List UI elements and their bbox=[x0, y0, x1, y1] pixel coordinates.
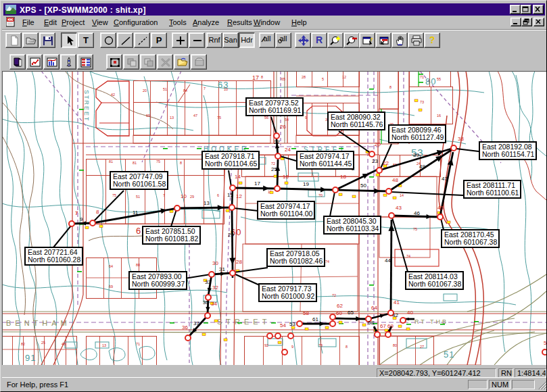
svg-text:71: 71 bbox=[136, 342, 140, 346]
svg-text:47: 47 bbox=[442, 176, 448, 182]
svg-text:75: 75 bbox=[413, 227, 417, 231]
svg-text:65: 65 bbox=[281, 77, 285, 81]
svg-text:18: 18 bbox=[340, 174, 346, 180]
svg-text:7: 7 bbox=[204, 87, 206, 91]
svg-text:88: 88 bbox=[136, 263, 140, 267]
svg-text:50: 50 bbox=[360, 182, 366, 189]
svg-text:DOC: DOC bbox=[7, 18, 16, 22]
svg-text:48: 48 bbox=[392, 177, 398, 183]
svg-text:81: 81 bbox=[133, 161, 137, 165]
svg-text:12: 12 bbox=[236, 193, 242, 199]
svg-text:20: 20 bbox=[143, 89, 147, 93]
svg-text:51: 51 bbox=[163, 87, 167, 91]
svg-text:61: 61 bbox=[312, 316, 318, 322]
svg-text:20: 20 bbox=[375, 141, 381, 147]
svg-text:58: 58 bbox=[303, 310, 309, 316]
svg-text:48: 48 bbox=[62, 342, 66, 346]
svg-text:40: 40 bbox=[407, 310, 413, 316]
svg-text:5: 5 bbox=[322, 77, 324, 81]
svg-text:9: 9 bbox=[291, 345, 293, 349]
svg-text:80: 80 bbox=[425, 76, 436, 87]
svg-text:38: 38 bbox=[458, 136, 464, 142]
svg-text:74: 74 bbox=[406, 254, 410, 258]
svg-text:54: 54 bbox=[280, 322, 286, 328]
svg-text:8: 8 bbox=[261, 75, 263, 79]
svg-text:28: 28 bbox=[302, 75, 306, 79]
svg-text:8: 8 bbox=[96, 209, 99, 215]
svg-text:55: 55 bbox=[437, 77, 441, 81]
svg-text:42: 42 bbox=[392, 312, 398, 318]
svg-text:64: 64 bbox=[109, 264, 113, 268]
svg-text:46: 46 bbox=[414, 210, 420, 216]
svg-text:81: 81 bbox=[109, 160, 113, 164]
svg-text:22: 22 bbox=[383, 160, 389, 166]
svg-text:69: 69 bbox=[146, 114, 150, 118]
svg-text:62: 62 bbox=[337, 303, 343, 309]
svg-text:70: 70 bbox=[318, 193, 323, 197]
svg-text:9: 9 bbox=[80, 216, 83, 222]
svg-text:8: 8 bbox=[389, 85, 391, 89]
svg-text:25: 25 bbox=[271, 166, 277, 172]
svg-text:STREET: STREET bbox=[217, 318, 270, 326]
svg-text:72: 72 bbox=[271, 162, 275, 166]
svg-text:68: 68 bbox=[368, 320, 374, 326]
svg-text:26: 26 bbox=[280, 124, 286, 130]
svg-text:8: 8 bbox=[346, 345, 348, 349]
svg-text:6: 6 bbox=[217, 193, 219, 197]
svg-text:15: 15 bbox=[227, 192, 233, 198]
svg-text:19: 19 bbox=[303, 181, 309, 187]
svg-text:35: 35 bbox=[203, 299, 209, 305]
svg-text:75: 75 bbox=[156, 160, 160, 164]
svg-text:7: 7 bbox=[163, 193, 165, 197]
svg-text:23: 23 bbox=[372, 158, 378, 164]
svg-text:71: 71 bbox=[420, 75, 424, 79]
svg-text:80: 80 bbox=[393, 343, 397, 347]
svg-text:12: 12 bbox=[342, 75, 346, 79]
svg-text:44: 44 bbox=[385, 258, 391, 264]
svg-text:73: 73 bbox=[318, 343, 323, 347]
svg-text:54: 54 bbox=[285, 118, 289, 122]
svg-text:6: 6 bbox=[136, 226, 141, 236]
svg-text:33: 33 bbox=[205, 279, 211, 285]
svg-text:64: 64 bbox=[371, 305, 377, 311]
svg-text:28: 28 bbox=[236, 259, 242, 265]
svg-text:29: 29 bbox=[190, 195, 194, 199]
svg-text:30: 30 bbox=[212, 260, 218, 266]
svg-text:82: 82 bbox=[21, 342, 25, 346]
svg-text:75: 75 bbox=[217, 116, 221, 120]
svg-text:92: 92 bbox=[264, 343, 268, 347]
svg-text:43: 43 bbox=[396, 205, 402, 211]
svg-text:75: 75 bbox=[112, 193, 116, 197]
svg-text:?: ? bbox=[370, 36, 373, 43]
svg-text:31: 31 bbox=[219, 266, 225, 272]
svg-text:73: 73 bbox=[420, 100, 424, 104]
svg-text:13: 13 bbox=[170, 116, 174, 120]
svg-text:53: 53 bbox=[289, 321, 295, 327]
svg-text:27: 27 bbox=[274, 139, 280, 145]
svg-text:16: 16 bbox=[283, 174, 289, 180]
svg-text:13: 13 bbox=[204, 200, 210, 206]
svg-text:36: 36 bbox=[182, 324, 188, 330]
svg-text:47: 47 bbox=[193, 114, 197, 118]
svg-text:7: 7 bbox=[75, 210, 78, 216]
svg-text:60: 60 bbox=[336, 310, 342, 316]
svg-text:42: 42 bbox=[111, 93, 115, 97]
svg-text:25: 25 bbox=[41, 341, 45, 345]
svg-text:11: 11 bbox=[133, 210, 139, 216]
svg-text:8: 8 bbox=[180, 161, 182, 165]
svg-text:17: 17 bbox=[254, 180, 260, 187]
svg-text:51: 51 bbox=[136, 195, 140, 199]
svg-text:34: 34 bbox=[211, 301, 217, 307]
svg-text:65: 65 bbox=[348, 310, 354, 316]
svg-text:39: 39 bbox=[413, 152, 419, 158]
svg-text:10: 10 bbox=[181, 193, 187, 199]
svg-text:45: 45 bbox=[437, 205, 444, 211]
svg-text:BENTHAM: BENTHAM bbox=[6, 319, 71, 327]
svg-text:10: 10 bbox=[224, 87, 228, 91]
svg-text:17: 17 bbox=[252, 74, 259, 81]
svg-text:69: 69 bbox=[109, 285, 113, 289]
svg-text:84: 84 bbox=[183, 89, 187, 93]
svg-text:27: 27 bbox=[420, 345, 424, 349]
svg-text:51: 51 bbox=[444, 349, 454, 360]
svg-text:16: 16 bbox=[437, 114, 441, 118]
